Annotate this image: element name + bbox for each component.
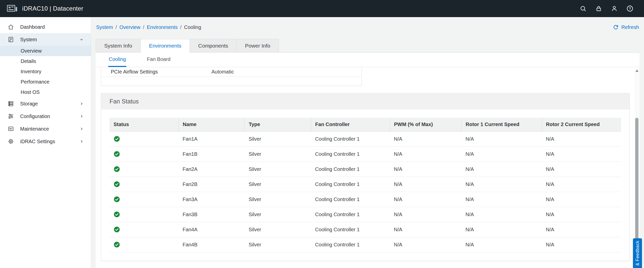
- fan-status-row: Fan1ASilverCooling Controller 1N/AN/AN/A: [110, 131, 621, 146]
- fan-status-cell-fan_controller: Cooling Controller 1: [311, 131, 390, 146]
- fan-status-cell-type: Silver: [244, 131, 311, 146]
- fan-status-table-body: Fan1ASilverCooling Controller 1N/AN/AN/A…: [110, 131, 621, 252]
- subtab-bar: Cooling Fan Board: [96, 53, 639, 67]
- fan-status-cell-type: Silver: [244, 192, 311, 207]
- fan-status-cell-rotor1: N/A: [461, 222, 542, 237]
- status-ok-icon: [114, 166, 120, 172]
- fan-status-card: Fan Status Status Name Type Fan: [101, 93, 630, 261]
- sidebar-item-label: Storage: [20, 101, 38, 107]
- sidebar-item-idrac-settings[interactable]: iDRAC Settings: [0, 135, 91, 148]
- tab-power-info[interactable]: Power Info: [236, 39, 279, 53]
- search-icon[interactable]: [580, 5, 587, 12]
- tab-environments[interactable]: Environments: [140, 39, 190, 53]
- fan-status-cell-rotor1: N/A: [461, 146, 542, 162]
- status-ok-icon: [114, 151, 120, 157]
- fan-status-cell-status: [110, 162, 178, 177]
- fan-status-cell-pwm: N/A: [390, 207, 461, 222]
- fan-status-cell-name: Fan4A: [178, 222, 244, 237]
- fan-status-cell-rotor2: N/A: [542, 207, 621, 222]
- breadcrumb-overview[interactable]: Overview: [119, 24, 140, 30]
- sliders-icon: [8, 113, 14, 120]
- refresh-button[interactable]: Refresh: [613, 24, 639, 30]
- chevron-right-icon: [79, 113, 84, 119]
- subtab-cooling[interactable]: Cooling: [108, 53, 126, 67]
- status-ok-icon: [114, 136, 120, 142]
- sidebar-item-label: System: [20, 37, 37, 43]
- fan-status-cell-rotor2: N/A: [542, 131, 621, 146]
- fan-status-cell-rotor2: N/A: [542, 177, 621, 192]
- user-icon[interactable]: [611, 5, 618, 12]
- fan-status-cell-name: Fan2B: [178, 177, 244, 192]
- fan-status-row: Fan4BSilverCooling Controller 1N/AN/AN/A: [110, 237, 621, 252]
- tab-components[interactable]: Components: [190, 39, 236, 53]
- fan-status-cell-rotor1: N/A: [461, 192, 542, 207]
- fan-status-cell-rotor1: N/A: [461, 131, 542, 146]
- svg-text:?: ?: [629, 7, 631, 11]
- storage-icon: [8, 100, 14, 107]
- sidebar-item-label: Configuration: [20, 113, 50, 119]
- cooling-content: PCIe Airflow Settings Automatic Fan Stat…: [96, 67, 639, 268]
- tab-bar: System Info Environments Components Powe…: [96, 39, 279, 53]
- sidebar-item-storage[interactable]: Storage: [0, 97, 91, 110]
- fan-status-cell-fan_controller: Cooling Controller 1: [311, 162, 390, 177]
- column-header-rotor1: Rotor 1 Current Speed: [461, 118, 542, 131]
- feedback-tab[interactable]: & Feedback: [633, 238, 642, 268]
- fan-status-cell-fan_controller: Cooling Controller 1: [311, 222, 390, 237]
- status-ok-icon: [114, 211, 120, 218]
- setting-value: Automatic: [211, 69, 234, 75]
- column-header-name: Name: [178, 118, 244, 131]
- sidebar-item-dashboard[interactable]: Dashboard: [0, 21, 91, 33]
- sidebar-item-label: Host OS: [21, 89, 40, 95]
- fan-status-cell-type: Silver: [244, 237, 311, 252]
- fan-status-cell-rotor2: N/A: [542, 146, 621, 162]
- fan-status-cell-pwm: N/A: [390, 146, 461, 162]
- topbar-actions: ?: [580, 5, 644, 12]
- sidebar-item-label: iDRAC Settings: [20, 139, 55, 144]
- settings-row: PCIe Airflow Settings Automatic: [101, 67, 362, 77]
- column-header-pwm: PWM (% of Max): [390, 118, 461, 131]
- fan-status-cell-rotor2: N/A: [542, 162, 621, 177]
- sidebar-item-label: Inventory: [21, 69, 41, 74]
- breadcrumb: System / Overview / Environments / Cooli…: [96, 23, 639, 31]
- fan-status-cell-name: Fan3A: [178, 192, 244, 207]
- gear-icon: [8, 138, 14, 145]
- sidebar-item-label: Performance: [21, 79, 50, 85]
- fan-status-cell-type: Silver: [244, 222, 311, 237]
- fan-status-cell-status: [110, 192, 178, 207]
- scroll-up-arrow-icon[interactable]: [635, 68, 639, 73]
- topbar: iDRAC10 | Datacenter ?: [0, 0, 644, 17]
- fan-status-cell-rotor1: N/A: [461, 237, 542, 252]
- subtab-fan-board[interactable]: Fan Board: [147, 53, 171, 67]
- sidebar-item-label: Maintenance: [20, 126, 49, 132]
- tab-system-info[interactable]: System Info: [96, 39, 140, 53]
- sidebar-item-configuration[interactable]: Configuration: [0, 110, 91, 123]
- sidebar-item-system[interactable]: System: [0, 33, 91, 46]
- fan-status-cell-rotor1: N/A: [461, 162, 542, 177]
- cooling-settings-card: PCIe Airflow Settings Automatic: [101, 67, 362, 86]
- app-title: iDRAC10 | Datacenter: [22, 5, 83, 12]
- system-icon: [8, 36, 14, 43]
- sidebar-item-details[interactable]: Details: [0, 56, 91, 66]
- fan-status-cell-rotor1: N/A: [461, 207, 542, 222]
- fan-status-row: Fan3BSilverCooling Controller 1N/AN/AN/A: [110, 207, 621, 222]
- sidebar-item-performance[interactable]: Performance: [0, 77, 91, 87]
- sidebar-item-maintenance[interactable]: Maintenance: [0, 123, 91, 135]
- breadcrumb-environments[interactable]: Environments: [147, 24, 177, 30]
- sidebar-item-host-os[interactable]: Host OS: [0, 87, 91, 97]
- fan-status-cell-type: Silver: [244, 207, 311, 222]
- fan-status-cell-fan_controller: Cooling Controller 1: [311, 177, 390, 192]
- fan-status-table: Status Name Type Fan Controller PWM (% o…: [110, 118, 621, 252]
- main-content: System / Overview / Environments / Cooli…: [91, 17, 644, 268]
- sidebar-item-overview[interactable]: Overview: [0, 46, 91, 56]
- chevron-right-icon: [79, 126, 84, 132]
- help-icon[interactable]: ?: [626, 5, 633, 12]
- chevron-right-icon: [79, 101, 84, 106]
- lock-icon[interactable]: [595, 5, 602, 12]
- fan-status-cell-type: Silver: [244, 146, 311, 162]
- breadcrumb-system[interactable]: System: [96, 24, 113, 30]
- fan-status-row: Fan2ASilverCooling Controller 1N/AN/AN/A: [110, 162, 621, 177]
- app-logo-icon: [7, 4, 18, 13]
- sidebar-item-inventory[interactable]: Inventory: [0, 66, 91, 77]
- status-ok-icon: [114, 241, 120, 248]
- vertical-scrollbar[interactable]: [635, 68, 639, 268]
